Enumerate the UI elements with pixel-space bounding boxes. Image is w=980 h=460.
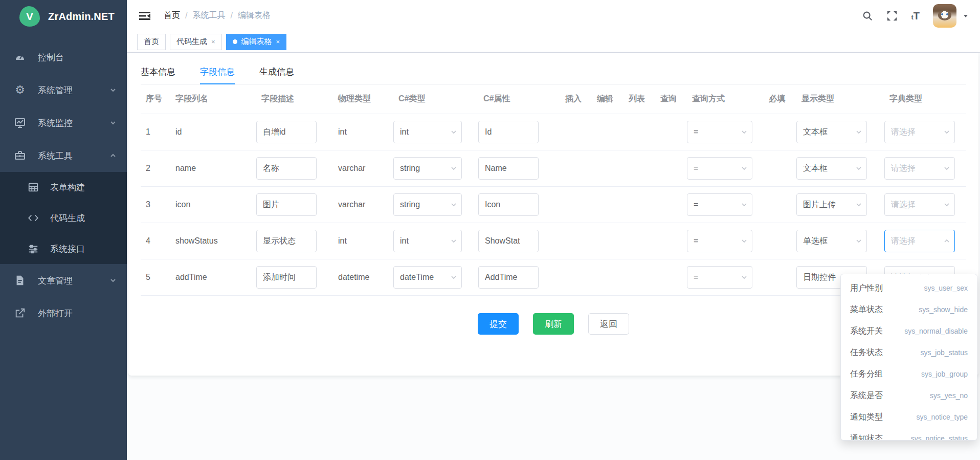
sliders-icon (27, 242, 40, 255)
dict-option-sys-job-group[interactable]: 任务分组 sys_job_group (841, 363, 977, 385)
user-avatar[interactable] (933, 4, 956, 28)
chevron-down-icon (741, 237, 748, 245)
description-input[interactable] (256, 230, 317, 252)
row-no: 4 (141, 236, 170, 246)
breadcrumb-separator: / (230, 11, 232, 20)
dict-option-sys-notice-status[interactable]: 通知状态 sys_notice_status (841, 428, 977, 441)
sidebar-item-label: 系统管理 (38, 84, 109, 96)
display-type-select[interactable]: 单选框 (796, 230, 867, 252)
column-name: showStatus (170, 236, 256, 246)
physical-type: varchar (333, 200, 393, 209)
description-input[interactable] (256, 157, 317, 180)
close-icon[interactable]: × (276, 38, 280, 46)
cs-property-input[interactable] (478, 230, 539, 252)
tag-label: 代码生成 (176, 37, 207, 47)
dict-option-label: 通知状态 (850, 433, 883, 441)
col-header-insert: 插入 (560, 94, 592, 104)
chevron-down-icon (109, 86, 117, 94)
chevron-down-icon (741, 128, 748, 136)
sidebar-collapse-icon[interactable] (138, 9, 151, 23)
row-no: 5 (141, 273, 170, 282)
submit-button[interactable]: 提交 (478, 313, 519, 335)
sidebar-item-external-open[interactable]: 外部打开 (0, 297, 127, 330)
fullscreen-icon[interactable] (886, 10, 898, 21)
sidebar-item-code-generation[interactable]: 代码生成 (0, 203, 127, 233)
sidebar-item-article-management[interactable]: 文章管理 (0, 264, 127, 297)
sidebar-item-system-api[interactable]: 系统接口 (0, 233, 127, 264)
query-mode-select[interactable]: = (687, 121, 752, 143)
dict-option-sys-normal-disable[interactable]: 系统开关 sys_normal_disable (841, 320, 977, 342)
dict-option-sys-yes-no[interactable]: 系统是否 sys_yes_no (841, 385, 977, 406)
user-menu-caret-icon[interactable] (963, 13, 969, 19)
display-type-select[interactable]: 文本框 (796, 121, 867, 143)
description-input[interactable] (256, 266, 317, 289)
display-type-select[interactable]: 文本框 (796, 157, 867, 180)
column-name: id (170, 127, 256, 137)
col-header-edit: 编辑 (592, 94, 623, 104)
dict-option-label: 系统开关 (850, 326, 883, 337)
logo-area[interactable]: V ZrAdmin.NET (0, 0, 127, 33)
cs-property-input[interactable] (478, 193, 539, 216)
dict-option-sys-notice-type[interactable]: 通知类型 sys_notice_type (841, 406, 977, 428)
tag-home[interactable]: 首页 (137, 34, 166, 50)
dict-option-sys-user-sex[interactable]: 用户性别 sys_user_sex (841, 277, 977, 299)
dict-type-select[interactable]: 请选择 (884, 121, 955, 143)
dict-type-select[interactable]: 请选择 (884, 157, 955, 180)
back-button[interactable]: 返回 (588, 313, 629, 335)
query-mode-select[interactable]: = (687, 157, 752, 180)
dict-option-label: 任务分组 (850, 369, 883, 380)
table-row: 1 id int int = 文本框 请选择 (141, 114, 966, 150)
monitor-icon (13, 116, 27, 129)
chevron-down-icon (855, 201, 862, 208)
cs-type-select[interactable]: string (393, 193, 462, 216)
dict-type-select-open[interactable]: 请选择 (884, 230, 955, 252)
tab-generate-info[interactable]: 生成信息 (259, 62, 294, 84)
search-icon[interactable] (862, 10, 873, 21)
breadcrumb-home[interactable]: 首页 (164, 10, 180, 21)
sidebar-item-system-monitor[interactable]: 系统监控 (0, 106, 127, 139)
sidebar-item-dashboard[interactable]: 控制台 (0, 41, 127, 74)
description-input[interactable] (256, 121, 317, 143)
col-header-dict-type: 字典类型 (884, 94, 967, 104)
sidebar-item-label: 系统接口 (50, 243, 117, 255)
cs-property-input[interactable] (478, 266, 539, 289)
cs-property-input[interactable] (478, 157, 539, 180)
description-input[interactable] (256, 193, 317, 216)
refresh-button[interactable]: 刷新 (533, 313, 574, 335)
tab-field-info[interactable]: 字段信息 (200, 62, 235, 84)
font-size-icon[interactable]: tT (911, 11, 920, 21)
sidebar-item-system-management[interactable]: ⚙ 系统管理 (0, 74, 127, 106)
query-mode-select[interactable]: = (687, 193, 752, 216)
sidebar-item-system-tools[interactable]: 系统工具 (0, 139, 127, 172)
chevron-down-icon (855, 128, 862, 136)
dict-type-dropdown: 用户性别 sys_user_sex 菜单状态 sys_show_hide 系统开… (840, 274, 977, 441)
sidebar-item-label: 系统工具 (38, 150, 109, 162)
tab-basic-info[interactable]: 基本信息 (141, 62, 175, 84)
col-header-no: 序号 (141, 94, 170, 104)
cs-type-select[interactable]: int (393, 121, 462, 143)
dict-option-code: sys_job_status (920, 348, 968, 357)
tag-code-generation[interactable]: 代码生成 × (170, 34, 222, 50)
dict-option-sys-show-hide[interactable]: 菜单状态 sys_show_hide (841, 299, 977, 320)
cs-type-select[interactable]: string (393, 157, 462, 180)
tag-edit-table[interactable]: 编辑表格 × (226, 34, 287, 50)
chevron-up-icon (109, 152, 117, 159)
row-no: 1 (141, 127, 170, 137)
cs-type-select[interactable]: int (393, 230, 462, 252)
dashboard-icon (13, 51, 27, 64)
sidebar-item-form-builder[interactable]: 表单构建 (0, 172, 127, 203)
cs-type-select[interactable]: dateTime (393, 266, 462, 289)
dict-option-sys-job-status[interactable]: 任务状态 sys_job_status (841, 342, 977, 363)
tag-label: 首页 (144, 37, 159, 47)
close-icon[interactable]: × (211, 38, 215, 46)
col-header-description: 字段描述 (256, 94, 333, 104)
cs-property-input[interactable] (478, 121, 539, 143)
query-mode-select[interactable]: = (687, 230, 752, 252)
query-mode-select[interactable]: = (687, 266, 752, 289)
edit-table-tabs: 基本信息 字段信息 生成信息 (141, 62, 966, 84)
navbar-actions: tT (862, 4, 969, 28)
document-icon (13, 274, 27, 287)
dict-option-code: sys_user_sex (924, 284, 968, 292)
display-type-select[interactable]: 图片上传 (796, 193, 867, 216)
dict-type-select[interactable]: 请选择 (884, 193, 955, 216)
